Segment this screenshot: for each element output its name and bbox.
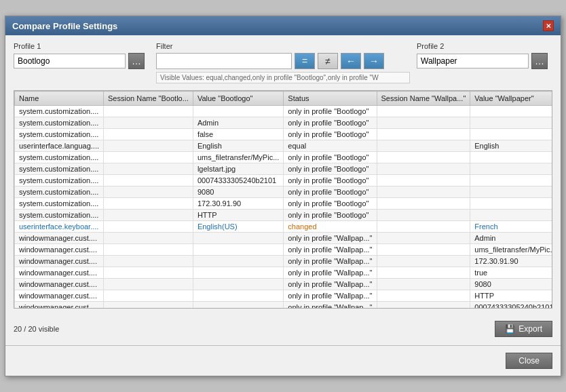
table-row: system.customization....172.30.91.90only… (15, 198, 552, 210)
cell-session1 (104, 106, 193, 117)
cell-value2: ums_filetransfer/MyPic... (470, 244, 552, 256)
profile2-input[interactable] (417, 54, 529, 68)
profile2-input-row: … (417, 53, 552, 69)
col-session2: Session Name "Wallpa..." (377, 92, 470, 106)
cell-session1 (104, 302, 193, 309)
col-session1: Session Name "Bootlo... (104, 92, 193, 106)
cell-name: system.customization.... (15, 129, 104, 140)
cell-status: only in profile "Bootlogo" (284, 129, 377, 140)
top-section: Profile 1 … Filter = ≠ ← → Visible Value… (14, 42, 552, 83)
cell-value2 (470, 117, 552, 129)
table-row: windowmanager.cust....only in profile "W… (15, 279, 552, 290)
cell-value1: lgelstart.jpg (193, 163, 283, 175)
cell-status: only in profile "Bootlogo" (284, 117, 377, 129)
close-button[interactable]: Close (506, 353, 552, 369)
table-header-row: Name Session Name "Bootlo... Value "Boot… (15, 92, 552, 106)
cell-name: system.customization.... (15, 163, 104, 175)
cell-value2 (470, 198, 552, 210)
cell-session2 (377, 129, 470, 140)
cell-session2 (377, 175, 470, 187)
profile1-input-row: … (14, 53, 149, 69)
profile1-input[interactable] (14, 54, 126, 68)
col-status: Status (284, 92, 377, 106)
cell-value1 (193, 267, 283, 279)
cell-session2 (377, 221, 470, 233)
cell-session1 (104, 198, 193, 210)
export-button[interactable]: 💾 Export (495, 321, 552, 337)
cell-session2 (377, 117, 470, 129)
cell-value1: Admin (193, 117, 283, 129)
cell-value2: Admin (470, 233, 552, 244)
cell-status: only in profile "Bootlogo" (284, 163, 377, 175)
title-bar: Compare Profile Settings ✕ (5, 16, 561, 35)
cell-session2 (377, 152, 470, 163)
table-row: windowmanager.cust....only in profile "W… (15, 267, 552, 279)
col-value1: Value "Bootlogo" (193, 92, 283, 106)
cell-session2 (377, 267, 470, 279)
separator (5, 345, 561, 346)
cell-status: only in profile "Bootlogo" (284, 187, 377, 198)
cell-name: system.customization.... (15, 198, 104, 210)
profile2-browse-button[interactable]: … (531, 53, 548, 69)
title-close-button[interactable]: ✕ (543, 20, 554, 31)
cell-value2: 00074333305240b2101 (470, 302, 552, 309)
cell-status: only in profile "Wallpap..." (284, 279, 377, 290)
cell-name: windowmanager.cust.... (15, 256, 104, 267)
table-body: system.customization....only in profile … (15, 106, 552, 309)
cell-session2 (377, 187, 470, 198)
filter-input[interactable] (156, 53, 292, 69)
cell-session1 (104, 140, 193, 152)
cell-status: only in profile "Bootlogo" (284, 175, 377, 187)
cell-name: system.customization.... (15, 187, 104, 198)
cell-name: system.customization.... (15, 210, 104, 221)
profile1-browse-button[interactable]: … (128, 53, 145, 69)
cell-status: only in profile "Wallpap..." (284, 256, 377, 267)
cell-value1: English(US) (193, 221, 283, 233)
cell-session1 (104, 163, 193, 175)
table-row: system.customization....HTTPonly in prof… (15, 210, 552, 221)
filter-equal-button[interactable]: = (295, 53, 315, 69)
cell-status: only in profile "Bootlogo" (284, 106, 377, 117)
cell-session1 (104, 187, 193, 198)
cell-session2 (377, 290, 470, 302)
cell-name: system.customization.... (15, 117, 104, 129)
cell-session1 (104, 256, 193, 267)
cell-status: only in profile "Wallpap..." (284, 233, 377, 244)
cell-session1 (104, 210, 193, 221)
cell-value1 (193, 302, 283, 309)
close-section: Close (5, 349, 561, 376)
cell-session2 (377, 256, 470, 267)
cell-name[interactable]: userinterface.keyboar.... (15, 221, 104, 233)
table-row: windowmanager.cust....only in profile "W… (15, 302, 552, 309)
table-row: system.customization....lgelstart.jpgonl… (15, 163, 552, 175)
cell-value2 (470, 152, 552, 163)
cell-session1 (104, 290, 193, 302)
col-value2: Value "Wallpaper" (470, 92, 552, 106)
cell-session1 (104, 129, 193, 140)
table-row: system.customization....00074333305240b2… (15, 175, 552, 187)
cell-status: only in profile "Bootlogo" (284, 210, 377, 221)
compare-table: Name Session Name "Bootlo... Value "Boot… (14, 91, 552, 308)
profile2-label: Profile 2 (417, 42, 552, 50)
cell-session2 (377, 244, 470, 256)
cell-status: only in profile "Wallpap..." (284, 302, 377, 309)
profile2-section: Profile 2 … (417, 42, 552, 69)
cell-session2 (377, 210, 470, 221)
export-icon: 💾 (505, 324, 515, 334)
cell-session1 (104, 267, 193, 279)
cell-status: changed (284, 221, 377, 233)
cell-value1: HTTP (193, 210, 283, 221)
cell-value2 (470, 129, 552, 140)
cell-value1: 9080 (193, 187, 283, 198)
cell-value1: false (193, 129, 283, 140)
filter-notequal-button[interactable]: ≠ (318, 53, 338, 69)
cell-value1 (193, 256, 283, 267)
filter-left-button[interactable]: ← (341, 53, 361, 69)
filter-right-button[interactable]: → (364, 53, 384, 69)
filter-label: Filter (156, 42, 410, 50)
cell-name: windowmanager.cust.... (15, 290, 104, 302)
cell-session1 (104, 117, 193, 129)
table-wrapper[interactable]: Name Session Name "Bootlo... Value "Boot… (14, 91, 552, 308)
cell-value2: 172.30.91.90 (470, 256, 552, 267)
cell-value1: 00074333305240b2101 (193, 175, 283, 187)
